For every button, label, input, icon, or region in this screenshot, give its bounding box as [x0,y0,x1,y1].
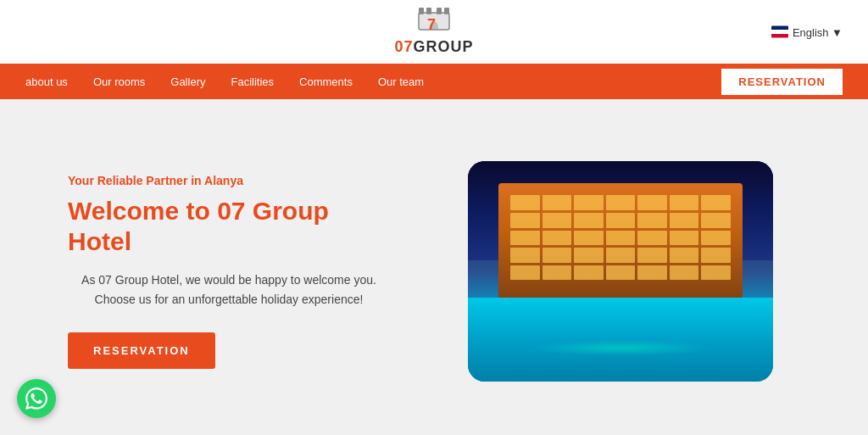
nav-items: about us Our rooms Gallery Facilities Co… [25,75,721,88]
flag-icon [771,26,788,38]
logo[interactable]: 7 07GROUP [394,8,473,56]
reservation-button-main[interactable]: RESERVATION [68,332,215,369]
hotel-image-inner [468,161,773,382]
nav-facilities[interactable]: Facilities [231,75,274,88]
main-navbar: about us Our rooms Gallery Facilities Co… [0,64,868,99]
pool-light [529,340,712,357]
whatsapp-button[interactable] [17,379,56,418]
hero-description: As 07 Group Hotel, we would be happy to … [68,270,390,309]
logo-icon: 7 [415,8,453,36]
nav-our-rooms[interactable]: Our rooms [93,75,145,88]
hero-title: Welcome to 07 Group Hotel [68,196,390,257]
hotel-building [498,183,743,304]
svg-text:7: 7 [427,16,436,33]
nav-gallery[interactable]: Gallery [170,75,205,88]
nav-about-us[interactable]: about us [25,75,68,88]
whatsapp-icon [25,388,47,410]
logo-text: 07GROUP [394,38,473,56]
nav-comments[interactable]: Comments [299,75,353,88]
main-content: Your Reliable Partner in Alanya Welcome … [0,99,868,435]
language-selector[interactable]: English ▼ [771,25,843,38]
lang-label: English ▼ [793,25,843,38]
hotel-image [468,161,773,382]
nav-our-team[interactable]: Our team [378,75,424,88]
hero-right [441,161,800,382]
hero-left: Your Reliable Partner in Alanya Welcome … [68,174,390,369]
hero-tagline: Your Reliable Partner in Alanya [68,174,390,187]
site-header: 7 07GROUP English ▼ [0,0,868,64]
hotel-windows [510,195,730,280]
reservation-button-nav[interactable]: RESERVATION [721,69,843,95]
pool-area [468,298,773,382]
